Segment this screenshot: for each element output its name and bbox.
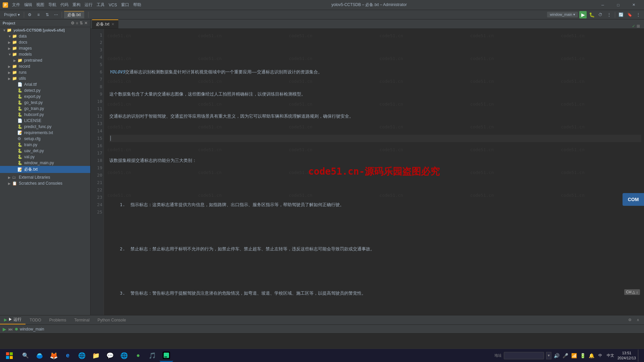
menu-code[interactable]: 代码: [58, 1, 70, 8]
tab-python-console[interactable]: Python Console: [94, 316, 130, 324]
com-badge[interactable]: COM: [623, 193, 644, 206]
update-button[interactable]: 🔄: [617, 11, 625, 18]
ime-icon[interactable]: 中文: [605, 353, 615, 358]
menu-file[interactable]: 文件: [10, 1, 22, 8]
menu-edit[interactable]: 编辑: [22, 1, 34, 8]
sidebar-item-scratches[interactable]: ▶ 📋 Scratches and Consoles: [0, 180, 90, 186]
sidebar-item-setup[interactable]: ▶ ⚙ setup.cfg: [0, 136, 90, 142]
toolbar-btn-settings[interactable]: ⚙: [26, 11, 34, 18]
toolbar-btn-more[interactable]: ⋯: [52, 11, 60, 18]
tab-close-icon[interactable]: ✕: [111, 22, 114, 26]
sidebar-item-external-libraries[interactable]: ▶ 🗂 External Libraries: [0, 174, 90, 180]
taskbar-app8[interactable]: ●: [131, 350, 145, 362]
sidebar-root-project[interactable]: ▼ 📁 yolov5-CCTSDB [yolov5-sfid]: [0, 27, 90, 33]
sidebar-item-windowmain[interactable]: ▶ 🐍 window_main.py: [0, 160, 90, 166]
menu-navigate[interactable]: 导航: [46, 1, 58, 8]
project-dropdown[interactable]: Project ▾: [2, 12, 22, 18]
profile-button[interactable]: ⏱: [597, 11, 604, 18]
taskbar-ie[interactable]: e: [61, 350, 74, 362]
taskbar-search[interactable]: 🔍: [19, 350, 32, 362]
sidebar-item-license[interactable]: ▶ 📄 LICENSE: [0, 118, 90, 124]
run-next-button[interactable]: ⏭: [8, 326, 13, 332]
menu-view[interactable]: 视图: [34, 1, 46, 8]
sidebar-item-utils[interactable]: ▶ 📁 utils: [0, 75, 90, 81]
bookmark-button[interactable]: 🔖: [626, 11, 633, 18]
more-toolbar-btn[interactable]: ⋮: [635, 11, 642, 18]
start-button[interactable]: [1, 350, 17, 362]
close-button[interactable]: ✕: [626, 0, 641, 10]
code-editor[interactable]: 1 2 3 4 5 6 7 8 9 10 11 12 13 14 15 16 1…: [91, 29, 644, 315]
sidebar-item-val[interactable]: ▶ 🐍 val.py: [0, 154, 90, 160]
app-icon: P: [3, 2, 8, 8]
run-play-button[interactable]: ▶: [3, 326, 6, 332]
battery-icon[interactable]: 🔋: [580, 352, 586, 359]
sidebar-item-train[interactable]: ▶ 🐍 train.py: [0, 142, 90, 148]
code-content[interactable]: code51.cncode51.cncode51.cncode51.cncode…: [104, 29, 644, 315]
clock-area[interactable]: 13:51 2024/12/13: [618, 351, 636, 360]
run-config-dropdown[interactable]: window_main ▾: [547, 12, 578, 17]
wifi-icon[interactable]: 📶: [571, 352, 578, 359]
taskbar-firefox[interactable]: 🦊: [47, 350, 60, 362]
menu-run[interactable]: 运行: [83, 1, 95, 8]
mic-icon[interactable]: 🎤: [562, 352, 569, 359]
sidebar-close-icon[interactable]: ✕: [84, 21, 88, 25]
address-dropdown[interactable]: ▼: [546, 352, 551, 359]
tab-problems[interactable]: Problems: [45, 316, 70, 324]
sidebar-item-data[interactable]: ▼ 📁 data: [0, 33, 90, 39]
active-file-tab[interactable]: 必备.txt: [64, 11, 84, 18]
sidebar-item-arial[interactable]: ▶ 📄 Arial.ttf: [0, 81, 90, 87]
toolbar-btn-align[interactable]: ≡: [35, 11, 42, 18]
bottom-settings-icon[interactable]: ⚙: [627, 317, 633, 323]
tab-terminal[interactable]: Terminal: [70, 316, 93, 324]
sidebar-layout-icon[interactable]: ≡: [76, 21, 78, 25]
taskbar-app5[interactable]: 📁: [89, 350, 103, 362]
more-run-btn[interactable]: ⋮: [605, 11, 613, 18]
taskbar-app6[interactable]: 💬: [103, 350, 117, 362]
sidebar-item-predict[interactable]: ▶ 🐍 predict_func.py: [0, 124, 90, 130]
address-input[interactable]: [504, 352, 544, 359]
sidebar-gear-icon[interactable]: ⚙: [71, 21, 74, 25]
run-button[interactable]: ▶: [579, 11, 587, 18]
maximize-button[interactable]: □: [610, 0, 626, 10]
menu-vcs[interactable]: VCS: [107, 1, 119, 8]
minimize-button[interactable]: ─: [595, 0, 610, 10]
sidebar-item-uavdet[interactable]: ▶ 🐍 uav_det.py: [0, 148, 90, 154]
editor-tab-bibili[interactable]: 必备.txt ✕: [92, 19, 118, 28]
run-icon: ▶: [4, 317, 7, 322]
sidebar-item-runs[interactable]: ▶ 📁 runs: [0, 69, 90, 75]
bookmark-gutter-icon[interactable]: ✓: [632, 24, 635, 28]
menu-tools[interactable]: 工具: [95, 1, 107, 8]
sidebar-item-requirements[interactable]: ▶ 📝 requirements.txt: [0, 130, 90, 136]
sidebar-item-pretrained[interactable]: ▶ 📁 pretrained: [0, 57, 90, 63]
sidebar-split-icon[interactable]: ⇅: [79, 21, 83, 25]
sidebar-item-export[interactable]: ▶ 🐍 export.py: [0, 94, 90, 100]
tab-run[interactable]: ▶ ▶ 运行: [0, 315, 25, 324]
menu-refactor[interactable]: 重构: [70, 1, 83, 8]
sidebar-item-record[interactable]: ▶ 📁 record: [0, 63, 90, 69]
language-indicator[interactable]: 中: [597, 353, 603, 358]
menu-window[interactable]: 窗口: [119, 1, 131, 8]
sidebar-item-bibili[interactable]: ▶ 📝 必备.txt: [0, 166, 90, 173]
sidebar-item-hubconf[interactable]: ▶ 🐍 hubconf.py: [0, 112, 90, 118]
bottom-up-icon[interactable]: ∧: [635, 317, 641, 323]
toolbar-btn-split[interactable]: ⇅: [44, 11, 51, 18]
sidebar-item-images[interactable]: ▶ 📁 images: [0, 45, 90, 51]
menu-help[interactable]: 帮助: [131, 1, 143, 8]
taskbar-app7[interactable]: 🌐: [117, 350, 131, 362]
code-line-5: 该数据集根据交通标志的功能分为三大类别：: [109, 157, 641, 164]
sidebar-item-gotrain[interactable]: ▶ 🐍 go_train.py: [0, 106, 90, 112]
fold-icon[interactable]: ⊞: [637, 24, 640, 28]
taskbar-app9[interactable]: 🎵: [146, 350, 159, 362]
sidebar-item-docs[interactable]: ▶ 📁 docs: [0, 39, 90, 45]
taskbar-app4[interactable]: 🌐: [75, 350, 89, 362]
tab-todo[interactable]: TODO: [25, 316, 45, 324]
taskbar-edge[interactable]: [33, 350, 46, 362]
debug-button[interactable]: 🐛: [588, 11, 595, 18]
taskbar-pycharm[interactable]: [160, 350, 173, 362]
notification-icon[interactable]: 🔔: [588, 352, 595, 359]
network-icon[interactable]: 🔊: [553, 352, 560, 359]
show-desktop-button[interactable]: [638, 350, 640, 362]
sidebar-item-models[interactable]: ▼ 📁 models: [0, 51, 90, 57]
sidebar-item-gotest[interactable]: ▶ 🐍 go_test.py: [0, 100, 90, 106]
sidebar-item-detect[interactable]: ▶ 🐍 detect.py: [0, 87, 90, 94]
